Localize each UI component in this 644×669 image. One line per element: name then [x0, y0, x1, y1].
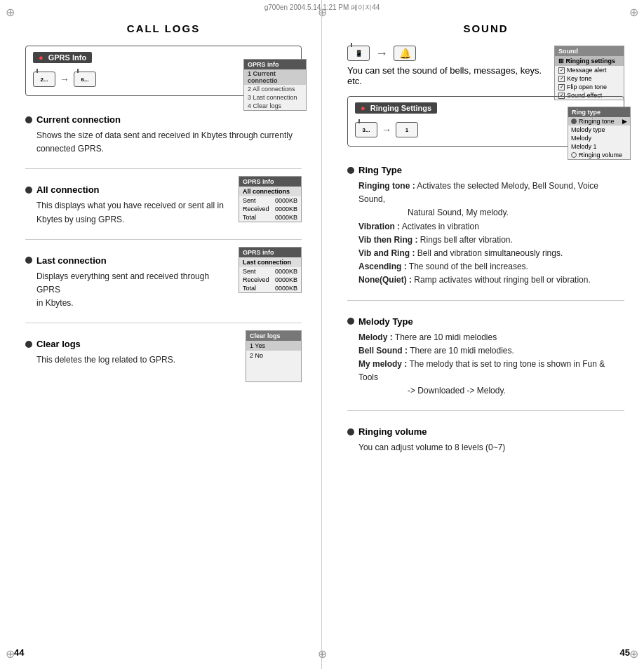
ringing-sidebar-melody-type: Melody type — [568, 126, 630, 134]
ringing-sidebar-title: Ring type — [568, 107, 630, 117]
sound-sidebar-subtitle: ⊞ Ringing settings — [555, 56, 624, 66]
last-connection-panel: GPRS info Last connection Sent 0000KB Re… — [239, 247, 302, 293]
current-connection-body: Shows the size of data sent and received… — [36, 129, 302, 156]
divider-3 — [25, 323, 302, 323]
sidebar-menu-item-1[interactable]: 2 All connections — [244, 85, 306, 93]
crosshair-bc: ⊕ — [318, 647, 327, 661]
ringing-phone-2: 1 — [396, 122, 418, 137]
all-sent-row: Sent 0000KB — [239, 196, 301, 205]
intro-section: Sound ⊞ Ringing settings ✓ Message alert… — [347, 46, 624, 86]
bullet-4 — [25, 341, 32, 348]
sidebar-menu-item-0[interactable]: 1 Current connectio — [244, 69, 306, 85]
section-current-connection: Current connection Shows the size of dat… — [25, 106, 302, 161]
bullet-mt — [347, 318, 354, 325]
clear-logs-no[interactable]: 2 No — [246, 351, 301, 360]
section-melody-type: Melody Type Melody : There are 10 midi m… — [347, 308, 624, 404]
sidebar-menu-item-3[interactable]: 4 Clear logs — [244, 102, 306, 110]
def-ascending: Ascending : The sound of the bell increa… — [358, 260, 624, 273]
def-melody: Melody : There are 10 midi melodies — [358, 331, 624, 344]
antenna-2 — [77, 69, 79, 73]
divider-sound-1 — [347, 300, 624, 301]
clear-logs-heading: Clear logs — [25, 339, 239, 349]
sidebar-menu-item-2[interactable]: 3 Last connection — [244, 93, 306, 102]
sound-antenna-1 — [351, 43, 352, 47]
ringing-volume-heading: Ringing volume — [347, 426, 624, 437]
page-number-45: 45 — [620, 647, 630, 658]
section-ring-type: Ring Type Ringing tone : Activates the s… — [347, 156, 624, 293]
def-vibration: Vibration : Activates in vibration — [358, 220, 624, 234]
bullet-2 — [25, 187, 32, 194]
bullet-rt — [347, 167, 354, 174]
def-bell-sound: Bell Sound : There are 10 midi melodies. — [358, 344, 624, 358]
sound-phone-icon-2: 🔔 — [394, 46, 416, 61]
intro-text: You can set the sound of bells, messages… — [347, 65, 547, 86]
section-ringing-volume: Ringing volume You can adjust volume to … — [347, 418, 624, 460]
sound-phone-row: 📱 → 🔔 — [347, 46, 547, 61]
bullet-1 — [25, 116, 32, 123]
ring-type-heading: Ring Type — [347, 165, 624, 175]
ringing-sidebar-melody1: Melody 1 — [568, 142, 630, 151]
sound-sidebar-message-alert: ✓ Message alert — [555, 66, 624, 74]
section-all-connection: GPRS info All connections Sent 0000KB Re… — [25, 176, 302, 231]
sound-arrow: → — [375, 46, 388, 61]
section-clear-logs: Clear logs 1 Yes 2 No Clear logs This de… — [25, 330, 302, 382]
sound-title: SOUND — [347, 22, 624, 34]
call-logs-title: CALL LOGS — [25, 22, 302, 34]
clear-logs-panel: Clear logs 1 Yes 2 No — [246, 330, 302, 382]
sound-phone-icon-1: 📱 — [347, 46, 370, 61]
all-connection-panel-subtitle: All connections — [239, 187, 301, 196]
all-connection-heading: All connection — [25, 184, 232, 195]
last-total-row: Total 0000KB — [239, 284, 301, 292]
all-connection-panel: GPRS info All connections Sent 0000KB Re… — [239, 176, 302, 222]
bullet-rv — [347, 428, 354, 435]
phone-icon-2: 6... — [74, 72, 96, 87]
crosshair-bl: ⊕ — [6, 647, 15, 661]
divider-2 — [25, 239, 302, 240]
all-connection-panel-title: GPRS info — [239, 177, 301, 187]
def-ringing-tone: Ringing tone : Activates the selected Me… — [358, 180, 624, 220]
last-connection-heading: Last connection — [25, 255, 232, 266]
arrow-icon: → — [60, 74, 69, 85]
ringing-arrow: → — [382, 124, 391, 135]
gprs-sidebar-title: GPRS info — [244, 60, 306, 69]
melody-type-body: Melody : There are 10 midi melodies Bell… — [358, 331, 624, 398]
melody-type-heading: Melody Type — [347, 316, 624, 327]
sound-sidebar-title: Sound — [555, 46, 624, 56]
section-last-connection: GPRS info Last connection Sent 0000KB Re… — [25, 247, 302, 316]
ringing-sidebar: Ring type Ringing tone ▶ Melody type Mel… — [568, 107, 631, 160]
ring-type-body: Ringing tone : Activates the selected Me… — [358, 180, 624, 288]
clear-logs-panel-title: Clear logs — [246, 331, 301, 341]
divider-sound-2 — [347, 410, 624, 411]
current-connection-heading: Current connection — [25, 114, 302, 125]
gprs-sidebar-menu: GPRS info 1 Current connectio 2 All conn… — [243, 59, 307, 111]
last-connection-panel-title: GPRS info — [239, 248, 301, 257]
last-connection-panel-subtitle: Last connection — [239, 257, 301, 267]
sound-sidebar: Sound ⊞ Ringing settings ✓ Message alert… — [554, 46, 624, 100]
right-page: SOUND Sound ⊞ Ringing settings ✓ Message… — [322, 0, 644, 669]
sound-sidebar-key-tone: ✓ Key tone — [555, 74, 624, 83]
ringing-phone-1: 3... — [355, 122, 377, 137]
gprs-info-box: GPRS Info 2... → 6... GPRS info 1 Curren… — [25, 46, 302, 96]
ringing-settings-box: Ringing Settings 3... → 1 Ring type Ring… — [347, 96, 624, 147]
all-received-row: Received 0000KB — [239, 205, 301, 213]
def-vib-and-ring: Vib and Ring : Bell and vibration simult… — [358, 247, 624, 260]
crosshair-br: ⊕ — [629, 647, 638, 661]
ringing-sidebar-melody: Melody — [568, 134, 630, 142]
ringing-settings-label: Ringing Settings — [355, 102, 437, 114]
bullet-3 — [25, 257, 32, 264]
left-page: CALL LOGS GPRS Info 2... → 6... — [0, 0, 322, 669]
antenna-1 — [36, 69, 38, 73]
page-number-44: 44 — [14, 647, 24, 658]
page-container: g700en 2004.5.14 1:21 PM 페이지44 ⊕ ⊕ ⊕ CAL… — [0, 0, 644, 669]
def-vib-then-ring: Vib then Ring : Rings bell after vibrati… — [358, 234, 624, 247]
ringing-sidebar-volume: Ringing volume — [568, 151, 630, 159]
clear-logs-yes[interactable]: 1 Yes — [246, 341, 301, 351]
sound-sidebar-flip-open: ✓ Flip open tone — [555, 83, 624, 91]
ringing-volume-body: You can adjust volume to 8 levels (0~7) — [358, 441, 624, 454]
def-none-quiet: None(Quiet) : Ramp activates without rin… — [358, 273, 624, 287]
last-received-row: Received 0000KB — [239, 276, 301, 284]
gprs-info-label: GPRS Info — [33, 52, 92, 63]
divider-1 — [25, 168, 302, 169]
all-total-row: Total 0000KB — [239, 213, 301, 222]
def-my-melody: My melody : The melody that is set to ri… — [358, 358, 624, 398]
